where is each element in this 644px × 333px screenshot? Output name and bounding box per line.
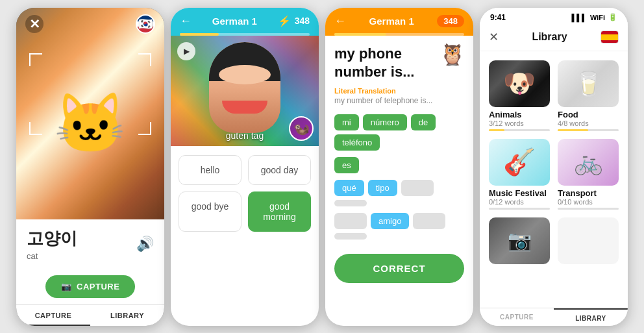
library-card-food[interactable]: 🥛 Food 4/8 words [558,60,619,131]
given-words-row2: es [334,157,464,173]
status-bar: 9:41 ▌▌▌ WiFi 🔋 [480,8,628,25]
blank-image [558,217,619,264]
answer-options: hello good day good bye good morning [171,146,319,241]
camera-icon: 📷 [61,282,72,291]
phone-2: ← German 1 ⚡ 348 ▶ 🦦 [171,8,319,326]
close-button-library[interactable]: ✕ [489,30,499,44]
animals-label: Animals [489,110,550,119]
library-title: Library [532,31,567,43]
tab-library-4[interactable]: LIBRARY [554,308,628,326]
literal-label: Literal Translation [334,87,464,95]
blank-slot-3[interactable] [413,213,445,229]
blank-slot-4[interactable] [334,233,367,240]
lesson-title: German 1 [212,16,257,27]
music-label: Music Festival [489,188,550,198]
library-card-transport[interactable]: 🚲 Transport 0/10 words [558,139,619,210]
transport-label: Transport [558,188,619,198]
blank-slot-1[interactable] [334,200,367,206]
bottom-tabs-4: CAPTURE LIBRARY [480,308,628,326]
language-flag-library[interactable] [601,31,619,43]
chip-0[interactable]: mi [334,114,359,130]
library-card-blank [558,217,619,267]
mascot: 🦉 [440,42,465,67]
capture-button[interactable]: 📷 CAPTURE [45,275,136,298]
transport-progress: 0/10 words [558,198,619,206]
wifi-icon: WiFi [590,14,605,21]
library-card-music[interactable]: 🎸 Music Festival 0/12 words [489,139,550,210]
correct-button[interactable]: CORRECT [334,254,464,283]
time: 9:41 [490,13,506,22]
phone-1: ✕ 🇰🇷 🐱 고양이 cat 🔊 [16,8,164,326]
answer-option-2[interactable]: good day [248,155,311,185]
target-word: 고양이 [27,227,77,250]
score-value: 348 [295,16,310,26]
library-header: ✕ Library [480,25,628,51]
phone-3: ← German 1 348 🦉 my phone number is... L… [325,8,473,326]
scan-corner-tr [138,53,151,66]
back-arrow-icon-3[interactable]: ← [334,14,346,28]
food-progress: 4/8 words [558,119,619,127]
answer-option-3[interactable]: good bye [179,191,242,232]
status-icons: ▌▌▌ WiFi 🔋 [571,13,617,21]
back-arrow-icon[interactable]: ← [180,14,192,28]
video-thumbnail[interactable]: ▶ 🦦 guten tag [171,36,319,146]
food-image: 🥛 [558,60,619,107]
bottom-tabs: CAPTURE LIBRARY [16,304,164,326]
camera-toolbar: ✕ 🇰🇷 [16,8,164,40]
answer-option-4[interactable]: good morning [248,191,311,232]
video-overlay: 🦦 [171,36,319,146]
phone-4: 9:41 ▌▌▌ WiFi 🔋 ✕ Library 🐶 Animals [480,8,628,326]
placed-word-0[interactable]: qué [334,180,364,196]
battery-icon: 🔋 [608,13,617,21]
speaker-icon[interactable]: 🔊 [136,236,154,253]
chip-4[interactable]: es [334,157,359,173]
score-badge-3: 348 [437,15,464,27]
capture-btn-label: CAPTURE [77,282,119,291]
tab-capture-4[interactable]: CAPTURE [480,308,554,326]
animals-image: 🐶 [489,60,550,107]
english-translation: cat [27,251,77,261]
music-image: 🎸 [489,139,550,186]
close-button[interactable]: ✕ [25,15,43,33]
library-grid: 🐶 Animals 3/12 words 🥛 Food 4/8 words [480,51,628,276]
lightning-icon: ⚡ [278,15,291,27]
chip-3[interactable]: teléfono [334,134,380,151]
language-flag[interactable]: 🇰🇷 [136,14,155,34]
library-card-animals[interactable]: 🐶 Animals 3/12 words [489,60,550,131]
translation-box: 고양이 cat 🔊 [16,219,164,269]
scan-corner-bl [29,122,42,135]
music-progress: 0/12 words [489,198,550,206]
tab-capture[interactable]: CAPTURE [16,305,90,326]
score-area: ⚡ 348 [278,15,310,27]
lesson-header-3: ← German 1 348 [325,8,473,36]
transport-image: 🚲 [558,139,619,186]
lesson-title-3: German 1 [369,16,414,27]
placed-word-1[interactable]: tipo [368,180,397,196]
food-label: Food [558,110,619,119]
transport-progress-bar [558,208,619,210]
answer-option-1[interactable]: hello [179,155,242,185]
chip-1[interactable]: número [363,114,407,130]
answer-area-2: amigo [334,213,464,240]
subject-image: 🐱 [54,94,127,153]
capture-small-image: 📷 [489,217,550,264]
scan-corner-br [138,122,151,135]
literal-text: my number of telephone is... [334,96,464,105]
given-words: mi número de teléfono [334,114,464,151]
scan-corner-tl [29,53,42,66]
chip-2[interactable]: de [411,114,436,130]
answer-area: qué tipo [334,180,464,206]
blank-slot-0[interactable] [401,180,434,196]
animals-progress: 3/12 words [489,119,550,127]
lesson-header: ← German 1 ⚡ 348 [171,8,319,36]
signal-icon: ▌▌▌ [571,14,586,21]
library-card-capture-small[interactable]: 📷 [489,217,550,267]
food-progress-bar [558,129,619,131]
placed-word-2[interactable]: amigo [371,213,409,229]
blank-slot-2[interactable] [334,213,367,229]
video-caption: guten tag [171,130,319,141]
tab-library[interactable]: LIBRARY [90,305,164,326]
music-progress-bar [489,208,550,210]
animals-progress-bar [489,129,550,131]
